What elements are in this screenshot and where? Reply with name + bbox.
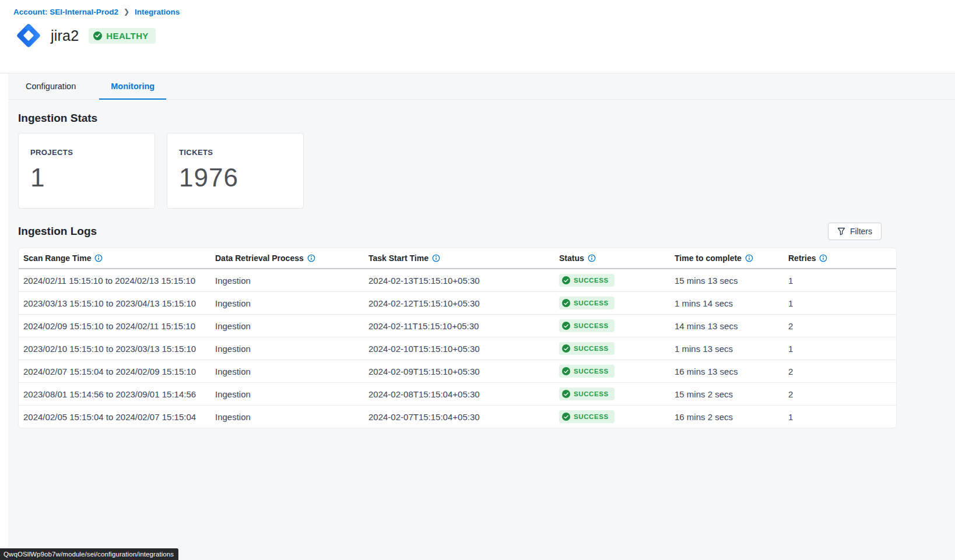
- stat-label: PROJECTS: [30, 148, 143, 157]
- breadcrumb-integrations-link[interactable]: Integrations: [135, 8, 180, 16]
- status-cell: SUCCESS: [554, 360, 670, 383]
- table-row[interactable]: 2023/02/10 15:15:10 to 2023/03/13 15:15:…: [19, 337, 896, 360]
- time-to-complete-cell: 1 mins 13 secs: [670, 337, 784, 360]
- stat-value: 1: [30, 163, 143, 192]
- retries-cell: 1: [784, 337, 896, 360]
- filters-button[interactable]: Filters: [828, 223, 882, 240]
- status-badge-label: SUCCESS: [574, 277, 609, 284]
- health-status-badge: HEALTHY: [89, 28, 156, 44]
- info-icon[interactable]: [94, 254, 103, 262]
- success-check-icon: [562, 413, 570, 421]
- table-row[interactable]: 2023/03/13 15:15:10 to 2023/04/13 15:15:…: [19, 292, 896, 315]
- task-start-cell: 2024-02-12T15:15:10+05:30: [364, 292, 554, 315]
- status-cell: SUCCESS: [554, 269, 670, 292]
- ingestion-logs-header: Ingestion Logs Filters: [18, 223, 882, 240]
- filter-funnel-icon: [837, 227, 845, 235]
- status-cell: SUCCESS: [554, 383, 670, 406]
- status-badge-label: SUCCESS: [574, 300, 609, 307]
- collapsed-side-rail: [0, 73, 8, 560]
- status-badge: SUCCESS: [559, 319, 615, 332]
- info-icon[interactable]: [307, 254, 315, 262]
- table-row[interactable]: 2024/02/11 15:15:10 to 2024/02/13 15:15:…: [19, 269, 896, 292]
- status-badge-label: SUCCESS: [574, 322, 609, 329]
- ingestion-logs-heading: Ingestion Logs: [18, 225, 97, 238]
- retries-cell: 2: [784, 383, 896, 406]
- main-content: Configuration Monitoring Ingestion Stats…: [0, 73, 955, 560]
- scan-range-cell: 2023/08/01 15:14:56 to 2023/09/01 15:14:…: [19, 383, 210, 406]
- success-check-icon: [562, 390, 570, 398]
- jira-logo-icon: [13, 20, 44, 51]
- scan-range-cell: 2023/03/13 15:15:10 to 2023/04/13 15:15:…: [19, 292, 210, 315]
- breadcrumb: Account: SEI-Internal-Prod2 ❯ Integratio…: [13, 8, 955, 16]
- info-icon[interactable]: [432, 254, 440, 262]
- status-badge: SUCCESS: [559, 342, 615, 355]
- col-time-to-complete[interactable]: Time to complete: [670, 248, 784, 269]
- col-task-start-time[interactable]: Task Start Time: [364, 248, 554, 269]
- process-cell: Ingestion: [210, 406, 364, 428]
- info-icon[interactable]: [819, 254, 827, 262]
- col-retries[interactable]: Retries: [784, 248, 896, 269]
- ingestion-stats-heading: Ingestion Stats: [18, 112, 955, 125]
- logs-table-body: 2024/02/11 15:15:10 to 2024/02/13 15:15:…: [19, 269, 896, 428]
- info-icon[interactable]: [588, 254, 596, 262]
- title-row: jira2 HEALTHY: [13, 20, 955, 51]
- task-start-cell: 2024-02-09T15:15:10+05:30: [364, 360, 554, 383]
- table-row[interactable]: 2024/02/07 15:15:04 to 2024/02/09 15:15:…: [19, 360, 896, 383]
- stat-value: 1976: [179, 163, 292, 192]
- stat-label: TICKETS: [179, 148, 292, 157]
- time-to-complete-cell: 16 mins 2 secs: [670, 406, 784, 428]
- filters-button-label: Filters: [850, 227, 872, 236]
- task-start-cell: 2024-02-07T15:15:04+05:30: [364, 406, 554, 428]
- retries-cell: 1: [784, 269, 896, 292]
- scan-range-cell: 2023/02/10 15:15:10 to 2023/03/13 15:15:…: [19, 337, 210, 360]
- col-status[interactable]: Status: [554, 248, 670, 269]
- success-check-icon: [562, 367, 570, 375]
- scan-range-cell: 2024/02/11 15:15:10 to 2024/02/13 15:15:…: [19, 269, 210, 292]
- task-start-cell: 2024-02-08T15:15:04+05:30: [364, 383, 554, 406]
- task-start-cell: 2024-02-11T15:15:10+05:30: [364, 315, 554, 337]
- table-header-row: Scan Range Time Data Retrieval Process T…: [19, 248, 896, 269]
- scan-range-cell: 2024/02/09 15:15:10 to 2024/02/11 15:15:…: [19, 315, 210, 337]
- process-cell: Ingestion: [210, 292, 364, 315]
- table-row[interactable]: 2024/02/09 15:15:10 to 2024/02/11 15:15:…: [19, 315, 896, 337]
- status-badge: SUCCESS: [559, 297, 615, 309]
- info-icon[interactable]: [745, 254, 753, 262]
- breadcrumb-account-link[interactable]: Account: SEI-Internal-Prod2: [13, 8, 118, 16]
- process-cell: Ingestion: [210, 360, 364, 383]
- table-row[interactable]: 2024/02/05 15:15:04 to 2024/02/07 15:15:…: [19, 406, 896, 428]
- retries-cell: 1: [784, 292, 896, 315]
- process-cell: Ingestion: [210, 315, 364, 337]
- process-cell: Ingestion: [210, 269, 364, 292]
- time-to-complete-cell: 16 mins 13 secs: [670, 360, 784, 383]
- page-header: Account: SEI-Internal-Prod2 ❯ Integratio…: [0, 0, 955, 73]
- status-badge: SUCCESS: [559, 365, 615, 378]
- retries-cell: 1: [784, 406, 896, 428]
- time-to-complete-cell: 14 mins 13 secs: [670, 315, 784, 337]
- scan-range-cell: 2024/02/05 15:15:04 to 2024/02/07 15:15:…: [19, 406, 210, 428]
- task-start-cell: 2024-02-10T15:15:10+05:30: [364, 337, 554, 360]
- success-check-icon: [562, 276, 570, 284]
- tab-bar: Configuration Monitoring: [0, 73, 955, 100]
- tab-configuration[interactable]: Configuration: [14, 73, 87, 100]
- status-cell: SUCCESS: [554, 337, 670, 360]
- scan-range-cell: 2024/02/07 15:15:04 to 2024/02/09 15:15:…: [19, 360, 210, 383]
- col-data-retrieval-process[interactable]: Data Retrieval Process: [210, 248, 364, 269]
- breadcrumb-chevron-icon: ❯: [124, 8, 129, 16]
- process-cell: Ingestion: [210, 337, 364, 360]
- time-to-complete-cell: 1 mins 14 secs: [670, 292, 784, 315]
- status-badge: SUCCESS: [559, 274, 615, 287]
- status-badge: SUCCESS: [559, 410, 615, 423]
- col-scan-range-time[interactable]: Scan Range Time: [19, 248, 210, 269]
- table-row[interactable]: 2023/08/01 15:14:56 to 2023/09/01 15:14:…: [19, 383, 896, 406]
- ingestion-logs-table: Scan Range Time Data Retrieval Process T…: [18, 248, 897, 428]
- page-title: jira2: [51, 27, 79, 44]
- integration-monitoring-page: Account: SEI-Internal-Prod2 ❯ Integratio…: [0, 0, 955, 560]
- stat-cards: PROJECTS 1 TICKETS 1976: [18, 133, 955, 209]
- status-cell: SUCCESS: [554, 406, 670, 428]
- stat-card-tickets: TICKETS 1976: [167, 133, 304, 209]
- stat-card-projects: PROJECTS 1: [18, 133, 155, 209]
- success-check-icon: [562, 299, 570, 307]
- status-badge-label: SUCCESS: [574, 413, 609, 420]
- status-badge-label: SUCCESS: [574, 368, 609, 375]
- tab-monitoring[interactable]: Monitoring: [99, 73, 166, 100]
